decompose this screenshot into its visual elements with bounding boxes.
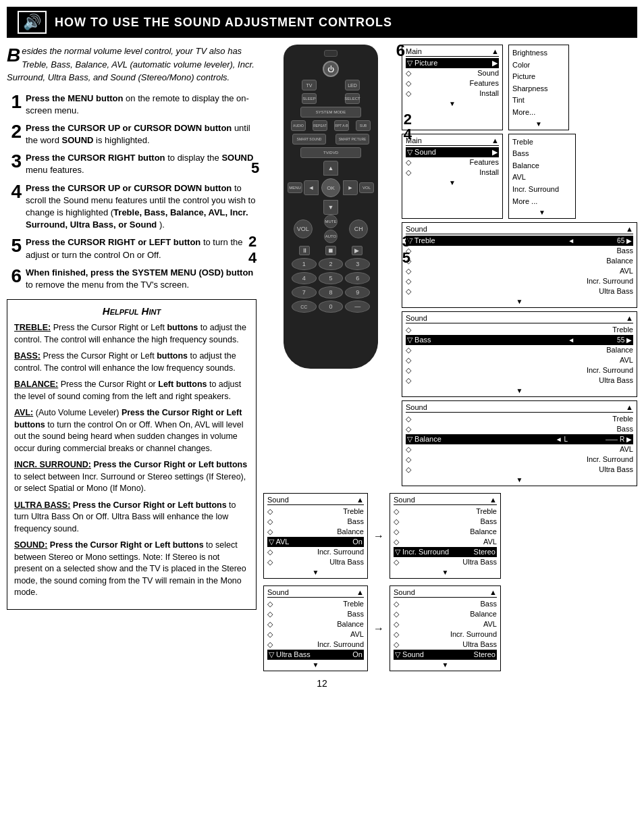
- step-text-6: When finished, press the SYSTEM MENU (OS…: [26, 267, 257, 291]
- num-1[interactable]: 1: [292, 258, 317, 270]
- nav-right-button[interactable]: ►: [343, 180, 358, 195]
- select-button[interactable]: SELECT: [345, 93, 360, 104]
- features-item: Features: [406, 78, 499, 88]
- repeat-button[interactable]: REPEAT: [313, 120, 327, 131]
- bottom-panels-row2: Sound ▲ Treble Bass Balance AVL Incr. Su…: [263, 585, 637, 671]
- page-title: How to Use the Sound Adjustment Controls: [55, 16, 392, 30]
- pause-button[interactable]: ⏸: [299, 246, 310, 255]
- repeat-ab-button[interactable]: RPT A-B: [334, 120, 349, 131]
- num-8[interactable]: 8: [319, 286, 344, 298]
- hint-avl-text: (Auto Volume Leveler) Press the Cursor R…: [14, 408, 243, 453]
- helpful-hint-title: Helpful Hint: [14, 305, 249, 317]
- hint-avl: AVL: (Auto Volume Leveler) Press the Cur…: [14, 407, 249, 454]
- picture-item-highlighted: ▽ Picture▶: [406, 58, 499, 68]
- step-label-24-lower: 24: [248, 234, 257, 266]
- mute-btn[interactable]: MUTE: [324, 215, 338, 228]
- incr-surround-panel: Sound ▲ Treble Bass Balance AVL ▽ Incr. …: [390, 493, 501, 579]
- menu-button[interactable]: MENU: [288, 182, 302, 193]
- color-item: Color: [512, 59, 565, 72]
- balance-panel-title: Sound: [406, 403, 427, 411]
- balance-avl: Balance: [267, 527, 364, 537]
- treble-panel: Sound ▲ ▽ Treble ◄ 65 ▶ Bass Balance: [402, 222, 637, 308]
- hint-balance-label: BALANCE:: [14, 380, 58, 389]
- num-0[interactable]: 0: [319, 301, 344, 313]
- main-menu-title: Main: [406, 47, 422, 55]
- volume-button[interactable]: VOL: [359, 182, 374, 193]
- step-text-5: Press the CURSOR RIGHT or LEFT button to…: [26, 236, 257, 261]
- remote-body: ⏻ TV LED SLEEP SELECT: [284, 45, 378, 369]
- panel-row-2: Main ▲ ▽ Sound▶ Features Install ▼: [402, 134, 637, 219]
- bass-incr: Bass: [394, 517, 497, 527]
- treble-avl: Treble: [267, 506, 364, 517]
- features-item2: Features: [406, 157, 499, 167]
- balance-panel: Sound ▲ Treble Bass ▽ Balance ◄ L —— R ▶: [402, 400, 637, 486]
- bass-treble-panel: Bass: [406, 246, 633, 256]
- sound-item: Sound: [406, 68, 499, 78]
- led-button[interactable]: LED: [345, 80, 360, 90]
- step-1: 1 Press the MENU button on the remote to…: [7, 93, 257, 117]
- page-wrapper: 🔊 How to Use the Sound Adjustment Contro…: [0, 7, 644, 689]
- balance-sub: Balance: [512, 160, 572, 172]
- ch-control[interactable]: CH: [349, 219, 368, 238]
- sound-highlighted: ▽ Sound▶: [406, 147, 499, 157]
- right-column: 6 24 5 24 35: [263, 45, 637, 671]
- ultra-sound: Ultra Bass: [394, 640, 497, 650]
- nav-ok-button[interactable]: OK: [321, 178, 340, 197]
- system-mode-button[interactable]: SYSTEM MODE: [300, 107, 361, 118]
- step-label-5: 5: [251, 159, 259, 177]
- picture-item: Picture: [512, 71, 565, 83]
- incr-ultra: Incr. Surround: [267, 640, 364, 650]
- incr-sound: Incr. Surround: [394, 629, 497, 640]
- audio-button[interactable]: AUDIO: [291, 120, 306, 131]
- avl-bass-panel: AVL: [406, 355, 633, 365]
- treble-highlighted: ▽ Treble ◄ 65 ▶: [406, 236, 633, 246]
- treble-balance-panel: Treble: [406, 414, 633, 424]
- num-9[interactable]: 9: [345, 286, 370, 298]
- bass-panel-title: Sound: [406, 314, 427, 322]
- auto-btn[interactable]: AUTO: [324, 230, 338, 243]
- balance-highlighted: ▽ Balance ◄ L —— R ▶: [406, 434, 633, 444]
- arrow-between-avl: →: [373, 493, 384, 579]
- sound-sub-panel: Treble Bass Balance AVL Incr. Surround M…: [508, 134, 576, 219]
- main-menu-panel: Main ▲ ▽ Picture▶ Sound Features Install…: [402, 45, 503, 130]
- num-grid: 1 2 3 4 5 6 7 8 9 CC 0 —: [292, 258, 370, 313]
- bass-sub: Bass: [512, 148, 572, 160]
- sleep-button[interactable]: SLEEP: [302, 93, 317, 104]
- hint-sound: SOUND: Press the Cursor Right or Left bu…: [14, 540, 249, 599]
- num-6[interactable]: 6: [345, 272, 370, 284]
- bottom-panels-row1: Sound ▲ Treble Bass Balance ▽ AVLOn Incr…: [263, 493, 637, 579]
- step-text-3: Press the CURSOR RIGHT button to display…: [26, 152, 257, 176]
- num-dash[interactable]: —: [345, 301, 370, 313]
- step-3: 3 Press the CURSOR RIGHT button to displ…: [7, 152, 257, 176]
- play-button[interactable]: ▶: [352, 246, 363, 255]
- page-header: 🔊 How to Use the Sound Adjustment Contro…: [7, 7, 637, 38]
- avl-highlighted: ▽ AVLOn: [267, 537, 364, 547]
- sharpness-item: Sharpness: [512, 83, 565, 95]
- num-7[interactable]: 7: [292, 286, 317, 298]
- subtitle-button[interactable]: SUB: [356, 120, 371, 131]
- mute-button[interactable]: MUTE AUTO: [324, 215, 338, 243]
- ultra-avl: Ultra Bass: [267, 557, 364, 567]
- nav-left-button[interactable]: ◄: [304, 180, 319, 195]
- hint-ultra-label: ULTRA BASS:: [14, 500, 70, 510]
- step-label-6: 6: [396, 41, 405, 60]
- nav-up-button[interactable]: ▲: [323, 161, 338, 176]
- step-text-2: Press the CURSOR UP or CURSOR DOWN butto…: [26, 122, 257, 147]
- num-cc[interactable]: CC: [292, 301, 317, 313]
- smart-picture-button[interactable]: SMART PICTURE: [336, 134, 369, 145]
- tv-dvd-button[interactable]: TV/DVD: [300, 147, 361, 158]
- num-3[interactable]: 3: [345, 258, 370, 270]
- nav-cluster: ▲ ▼ ◄ ► OK: [304, 161, 358, 215]
- nav-down-button[interactable]: ▼: [323, 200, 338, 215]
- tv-button[interactable]: TV: [302, 80, 317, 90]
- smart-sound-button[interactable]: SMART SOUND: [292, 134, 326, 145]
- avl-sound: AVL: [394, 619, 497, 629]
- num-4[interactable]: 4: [292, 272, 317, 284]
- step-num-3: 3: [7, 152, 22, 171]
- power-button[interactable]: ⏻: [323, 61, 339, 77]
- num-5[interactable]: 5: [319, 272, 344, 284]
- balance-bass-panel: Balance: [406, 345, 633, 355]
- stop-button[interactable]: ⏹: [325, 246, 336, 255]
- num-2[interactable]: 2: [319, 258, 344, 270]
- vol-control[interactable]: VOL: [294, 219, 313, 238]
